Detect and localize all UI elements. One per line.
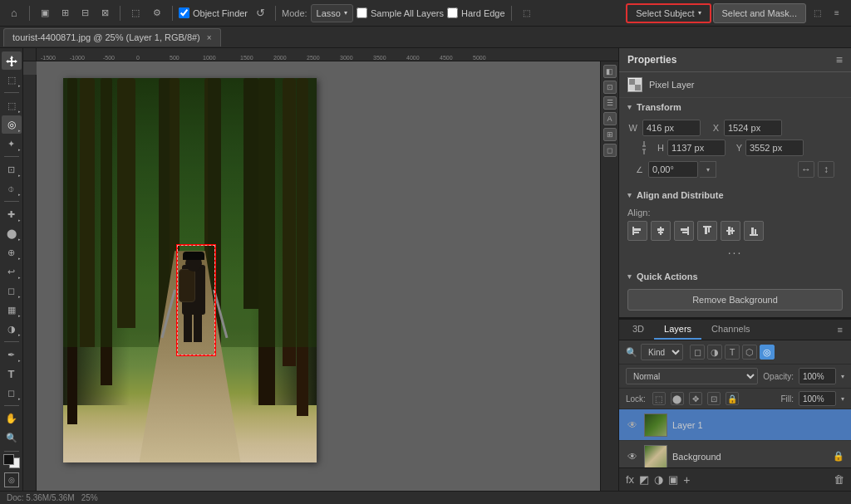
angle-dropdown[interactable]: ▾: [700, 161, 716, 178]
marquee-tool[interactable]: ⬚ ▸: [2, 96, 22, 115]
fill-input[interactable]: [799, 391, 836, 406]
layers-panel-menu[interactable]: ≡: [833, 321, 848, 338]
settings-icon[interactable]: ⚙: [148, 4, 166, 22]
layer-item-background[interactable]: 👁 Background 🔒: [619, 441, 851, 467]
mode-dropdown[interactable]: Lasso ▾: [311, 4, 353, 22]
flip-vertical-icon[interactable]: ↕: [818, 161, 834, 178]
eraser-tool[interactable]: ◻ ▸: [2, 281, 22, 300]
tab-channels[interactable]: Channels: [701, 320, 760, 340]
add-mask-icon[interactable]: ◩: [639, 473, 649, 486]
layer-visibility-layer1[interactable]: 👁: [626, 418, 639, 432]
y-input[interactable]: [745, 139, 804, 156]
new-selection-icon[interactable]: ▣: [36, 4, 54, 22]
lock-artboard-icon[interactable]: ⊡: [707, 392, 721, 405]
transform-section-toggle[interactable]: ▾ Transform: [619, 98, 851, 116]
dodge-tool[interactable]: ◑ ▸: [2, 320, 22, 338]
eyedropper-tool[interactable]: ⌽ ▸: [2, 179, 22, 198]
filter-shape-icon[interactable]: ⬡: [742, 345, 757, 360]
lock-transparent-icon[interactable]: ⬚: [652, 392, 666, 405]
x-input[interactable]: [724, 120, 782, 136]
sample-all-layers-checkbox[interactable]: Sample All Layers: [357, 7, 444, 18]
gradient-tool[interactable]: ▦ ▸: [2, 301, 22, 319]
lasso-tool[interactable]: ◎ ▸: [2, 115, 22, 134]
hard-edge-checkbox[interactable]: Hard Edge: [447, 7, 505, 18]
pen-tool[interactable]: ✒ ▸: [2, 345, 22, 364]
foreground-color-swatch[interactable]: [3, 454, 14, 465]
panel-toggle-3[interactable]: ☰: [603, 96, 617, 110]
more-options-icon[interactable]: ···: [627, 244, 843, 261]
lock-move-icon[interactable]: ✥: [689, 392, 702, 405]
subtract-selection-icon[interactable]: ⊟: [76, 4, 94, 22]
new-layer-icon[interactable]: +: [683, 473, 690, 487]
clone-tool[interactable]: ⊕ ▸: [2, 243, 22, 262]
link-proportions-icon[interactable]: [637, 141, 651, 154]
move-tool[interactable]: [2, 51, 22, 70]
properties-menu-icon[interactable]: ≡: [836, 53, 843, 66]
tab-layers[interactable]: Layers: [654, 320, 701, 340]
filter-adjustment-icon[interactable]: ◑: [707, 345, 722, 360]
shape-tool[interactable]: ◻ ▸: [2, 384, 22, 402]
layer-visibility-background[interactable]: 👁: [626, 450, 639, 463]
add-selection-icon[interactable]: ⊞: [56, 4, 74, 22]
brush-tool[interactable]: ⬤ ▸: [2, 224, 22, 242]
object-finder-checkbox[interactable]: Object Finder: [179, 7, 248, 18]
transform-icon[interactable]: ⬚: [126, 4, 145, 22]
magic-wand-tool[interactable]: ✦ ▸: [2, 135, 22, 153]
canvas-content[interactable]: ◧ ⊡ ☰ A ⊞ ◻: [37, 61, 618, 491]
adjustment-layer-icon[interactable]: ◑: [654, 473, 663, 486]
layer-item-layer1[interactable]: 👁 Layer 1: [619, 409, 851, 441]
align-left-btn[interactable]: [627, 221, 647, 241]
zoom-tool[interactable]: 🔍: [2, 428, 22, 447]
more-icon[interactable]: ≡: [828, 4, 846, 22]
intersect-selection-icon[interactable]: ⊠: [96, 4, 114, 22]
quick-mask-toggle[interactable]: ◎: [4, 472, 19, 487]
align-top-btn[interactable]: [697, 221, 717, 241]
quick-mask-icon[interactable]: ⬚: [518, 4, 536, 22]
flip-horizontal-icon[interactable]: ↔: [798, 161, 814, 178]
new-group-icon[interactable]: ▣: [668, 473, 678, 486]
filter-smart-icon[interactable]: ◎: [760, 345, 775, 360]
home-icon[interactable]: ⌂: [5, 4, 23, 22]
height-input[interactable]: [667, 139, 726, 156]
quick-actions-section-toggle[interactable]: ▾ Quick Actions: [619, 267, 851, 286]
filter-text-icon[interactable]: T: [725, 345, 740, 360]
panel-toggle-5[interactable]: ⊞: [603, 128, 617, 141]
history-brush-tool[interactable]: ↩ ▸: [2, 262, 22, 281]
blend-mode-select[interactable]: Normal: [626, 368, 758, 384]
panel-toggle-1[interactable]: ◧: [603, 65, 617, 78]
align-right-btn[interactable]: [674, 221, 694, 241]
filter-pixel-icon[interactable]: ◻: [690, 345, 705, 360]
panel-toggle-6[interactable]: ◻: [603, 144, 617, 157]
crop-tool[interactable]: ⊡ ▸: [2, 160, 22, 179]
tab-close[interactable]: ×: [207, 33, 212, 42]
foreground-background-swatch[interactable]: [3, 454, 20, 468]
workspace-icon[interactable]: ⬚: [808, 4, 826, 22]
fill-dropdown-arrow[interactable]: ▾: [841, 395, 844, 403]
align-center-h-btn[interactable]: [651, 221, 671, 241]
opacity-dropdown-arrow[interactable]: ▾: [841, 373, 844, 380]
transform-label: Transform: [637, 102, 681, 112]
artboard-tool[interactable]: ⬚ ▸: [2, 71, 22, 89]
width-input[interactable]: [642, 120, 701, 136]
text-tool[interactable]: T: [2, 365, 22, 383]
panel-toggle-4[interactable]: A: [603, 112, 617, 125]
panel-toggle-2[interactable]: ⊡: [603, 81, 617, 94]
lock-brush-icon[interactable]: ⬤: [671, 392, 684, 405]
healing-tool[interactable]: ✚ ▸: [2, 205, 22, 223]
align-center-v-btn[interactable]: [721, 221, 740, 241]
select-subject-button[interactable]: Select Subject ▾: [626, 3, 711, 23]
refresh-icon[interactable]: ↺: [251, 4, 269, 22]
delete-layer-icon[interactable]: 🗑: [834, 473, 844, 486]
filter-kind-select[interactable]: Kind: [641, 344, 683, 360]
select-and-mask-button[interactable]: Select and Mask...: [713, 3, 807, 23]
add-style-icon[interactable]: fx: [626, 473, 634, 486]
opacity-input[interactable]: [799, 368, 836, 384]
hand-tool[interactable]: ✋: [2, 409, 22, 428]
angle-input[interactable]: [648, 161, 698, 178]
document-tab[interactable]: tourist-4400871.jpg @ 25% (Layer 1, RGB/…: [3, 28, 221, 46]
lock-all-icon[interactable]: 🔒: [726, 392, 739, 405]
remove-background-button[interactable]: Remove Background: [627, 289, 843, 311]
tab-3d[interactable]: 3D: [622, 320, 654, 340]
align-section-toggle[interactable]: ▾ Align and Distribute: [619, 186, 851, 204]
align-bottom-btn[interactable]: [744, 221, 764, 241]
